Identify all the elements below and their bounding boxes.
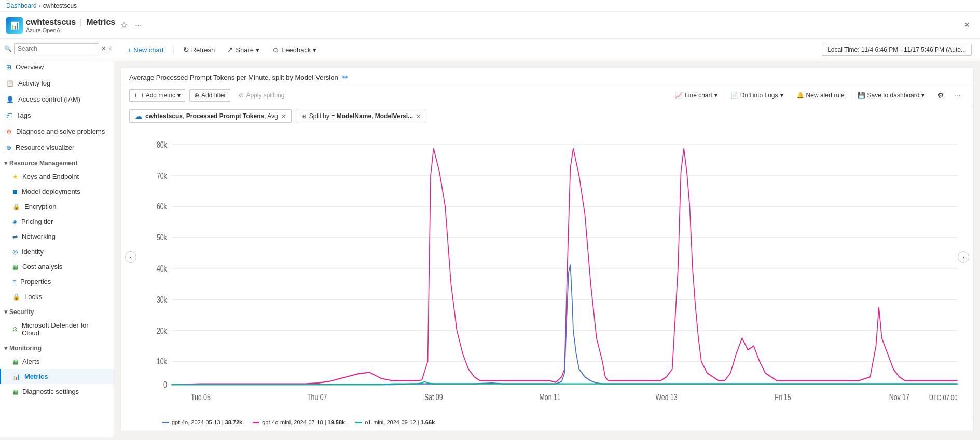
line-chart-icon: 📈 <box>675 92 683 99</box>
chart-nav-right[interactable]: › <box>958 251 969 263</box>
identity-icon: ◎ <box>12 248 18 256</box>
chart-controls-right: 📈 Line chart ▾ 📄 Drill into Logs ▾ � <box>671 89 965 102</box>
sidebar-item-alerts[interactable]: ▦ Alerts <box>0 354 114 369</box>
feedback-icon: ☺ <box>272 46 279 54</box>
save-chevron-icon: ▾ <box>921 92 924 99</box>
save-dashboard-button[interactable]: 💾 Save to dashboard ▾ <box>853 90 929 101</box>
sidebar-item-locks[interactable]: 🔒 Locks <box>0 289 114 304</box>
breadcrumb-sep: › <box>39 2 41 9</box>
tags-icon: 🏷 <box>6 112 12 119</box>
sidebar-item-networking[interactable]: ⇌ Networking <box>0 229 114 244</box>
resource-name: cwhtestscus <box>26 18 76 27</box>
section-security[interactable]: ▾ Security <box>0 304 114 318</box>
add-metric-chevron-icon: ▾ <box>177 92 181 99</box>
sidebar-item-activity-log[interactable]: 📋 Activity log <box>0 75 114 91</box>
share-button[interactable]: ↗ Share ▾ <box>222 43 265 56</box>
refresh-button[interactable]: ↻ Refresh <box>178 43 220 56</box>
sidebar-nav: ⊞ Overview 📋 Activity log 👤 Access contr… <box>0 59 114 437</box>
sidebar-item-visualizer[interactable]: ⊛ Resource visualizer <box>0 139 114 155</box>
page-title: Metrics <box>86 18 115 27</box>
section-collapse-icon: ▾ <box>4 160 7 167</box>
collapse-icon[interactable]: « <box>108 45 112 52</box>
search-bar: 🔍 ✕ « <box>0 39 114 59</box>
chart-nav-left[interactable]: ‹ <box>125 251 136 263</box>
svg-text:Tue 05: Tue 05 <box>191 392 211 402</box>
search-icon: 🔍 <box>4 45 12 52</box>
filter-chip-split[interactable]: ⊞ Split by = ModelName, ModelVersi... ✕ <box>296 110 426 122</box>
section-monitoring[interactable]: ▾ Monitoring <box>0 340 114 354</box>
svg-text:0: 0 <box>163 380 167 389</box>
sidebar-item-identity[interactable]: ◎ Identity <box>0 244 114 259</box>
svg-text:50k: 50k <box>157 233 168 243</box>
monitoring-collapse-icon: ▾ <box>4 345 7 352</box>
apply-splitting-button: ⊘ Apply splitting <box>234 90 288 101</box>
chip2-close-icon[interactable]: ✕ <box>416 113 421 120</box>
section-resource-mgmt[interactable]: ▾ Resource Management <box>0 155 114 169</box>
svg-text:10k: 10k <box>157 357 168 366</box>
defender-icon: ⊙ <box>12 325 18 333</box>
filter-chip2-text: Split by = ModelName, ModelVersi... <box>309 112 413 120</box>
sidebar-item-tags[interactable]: 🏷 Tags <box>0 107 114 123</box>
legend-color-o1mini <box>355 422 362 423</box>
sidebar-item-defender[interactable]: ⊙ Microsoft Defender for Cloud <box>0 318 114 340</box>
toolbar-sep1 <box>173 45 174 55</box>
legend-item-o1mini: o1-mini, 2024-09-12 | 1.66k <box>355 419 435 425</box>
networking-icon: ⇌ <box>12 233 18 240</box>
close-button[interactable]: × <box>960 18 974 33</box>
svg-text:40k: 40k <box>157 264 168 273</box>
metrics-icon: 📊 <box>12 373 20 380</box>
properties-icon: ≡ <box>12 278 16 286</box>
cost-icon: ▦ <box>12 263 18 271</box>
sidebar-item-overview[interactable]: ⊞ Overview <box>0 59 114 75</box>
svg-text:Nov 17: Nov 17 <box>889 392 909 402</box>
sidebar-item-keys[interactable]: ★ Keys and Endpoint <box>0 169 114 184</box>
more-options-button[interactable]: ··· <box>950 89 965 102</box>
filter-chip-metric[interactable]: ☁ cwhtestscus, Processed Prompt Tokens, … <box>129 109 292 123</box>
share-icon: ↗ <box>227 46 233 54</box>
overview-icon: ⊞ <box>6 64 11 71</box>
sidebar-item-iam[interactable]: 👤 Access control (IAM) <box>0 91 114 107</box>
top-bar: 📊 cwhtestscus | Metrics Azure OpenAI ☆ ·… <box>0 12 980 39</box>
add-filter-button[interactable]: ⊕ Add filter <box>189 89 230 102</box>
chip-cloud-icon: ☁ <box>135 112 142 120</box>
breadcrumb-parent[interactable]: Dashboard <box>6 2 37 9</box>
svg-text:70k: 70k <box>157 171 168 180</box>
app-icon: 📊 <box>6 17 23 34</box>
svg-text:30k: 30k <box>157 295 168 304</box>
legend-color-gpt4omini <box>253 422 259 423</box>
more-button[interactable]: ··· <box>133 19 144 32</box>
feedback-button[interactable]: ☺ Feedback ▾ <box>267 43 322 56</box>
deployments-icon: ◼ <box>12 188 18 195</box>
diagnose-icon: ⚙ <box>6 128 12 135</box>
new-chart-button[interactable]: + New chart <box>122 44 169 56</box>
sidebar-item-diagnostic[interactable]: ▦ Diagnostic settings <box>0 384 114 399</box>
line-chart-button[interactable]: 📈 Line chart ▾ <box>671 90 722 101</box>
sidebar-item-cost[interactable]: ▦ Cost analysis <box>0 259 114 274</box>
time-range-button[interactable]: Local Time: 11/4 6:46 PM - 11/17 5:46 PM… <box>822 44 972 56</box>
chip1-close-icon[interactable]: ✕ <box>281 113 286 120</box>
sidebar-item-encryption[interactable]: 🔒 Encryption <box>0 199 114 214</box>
new-alert-button[interactable]: 🔔 New alert rule <box>792 90 849 101</box>
drill-logs-button[interactable]: 📄 Drill into Logs ▾ <box>726 90 788 101</box>
search-clear-icon[interactable]: ✕ <box>101 45 106 52</box>
filter-chip1-text: cwhtestscus, Processed Prompt Tokens, Av… <box>145 112 278 120</box>
svg-text:Wed 13: Wed 13 <box>655 392 677 402</box>
chip-split-icon: ⊞ <box>301 113 306 120</box>
sidebar-item-metrics[interactable]: 📊 Metrics <box>0 369 114 384</box>
add-metric-button[interactable]: + + Add metric ▾ <box>129 89 185 102</box>
sidebar-item-diagnose[interactable]: ⚙ Diagnose and solve problems <box>0 123 114 139</box>
sidebar-item-deployments[interactable]: ◼ Model deployments <box>0 184 114 199</box>
star-button[interactable]: ☆ <box>118 18 130 32</box>
legend-item-gpt4o: gpt-4o, 2024-05-13 | 38.72k <box>162 419 242 425</box>
sidebar-item-properties[interactable]: ≡ Properties <box>0 274 114 289</box>
splitting-icon: ⊘ <box>239 92 244 99</box>
search-input[interactable] <box>14 43 99 54</box>
resource-subtitle: Azure OpenAI <box>26 27 115 33</box>
settings-button[interactable]: ⚙ <box>933 89 948 102</box>
filter-bar: ☁ cwhtestscus, Processed Prompt Tokens, … <box>121 105 973 127</box>
save-icon: 💾 <box>858 92 865 99</box>
line-chart-chevron-icon: ▾ <box>714 92 717 99</box>
chart-edit-icon[interactable]: ✏ <box>342 73 349 81</box>
sidebar-item-pricing[interactable]: ◈ Pricing tier <box>0 214 114 229</box>
legend-color-gpt4o <box>162 422 169 423</box>
